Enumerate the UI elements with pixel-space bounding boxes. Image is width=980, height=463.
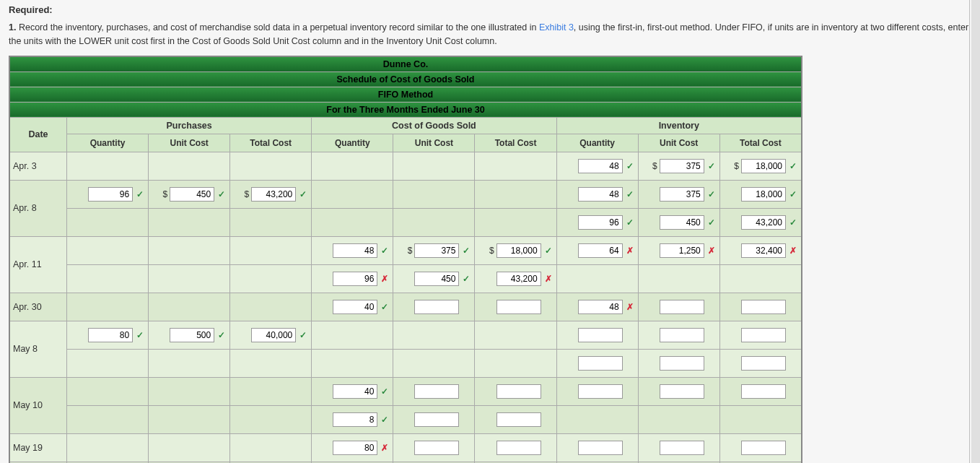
- x-icon: ✗: [788, 246, 798, 256]
- empty-cell: [67, 236, 149, 264]
- value-input[interactable]: [741, 384, 786, 399]
- value-input[interactable]: [578, 328, 623, 342]
- value-input[interactable]: [660, 187, 704, 202]
- check-icon: ✓: [788, 161, 798, 171]
- check-icon: ✓: [135, 189, 145, 199]
- table-row: Apr. 11✓$✓$✓✗✗✗: [9, 236, 802, 264]
- empty-cell: [312, 152, 393, 180]
- value-input[interactable]: [333, 300, 377, 314]
- value-input[interactable]: [251, 187, 296, 202]
- empty-mark: [706, 386, 717, 397]
- value-input[interactable]: [741, 215, 786, 230]
- value-input[interactable]: [414, 384, 459, 399]
- value-input[interactable]: [578, 356, 623, 371]
- value-input[interactable]: [333, 412, 377, 427]
- value-input[interactable]: [741, 243, 786, 258]
- value-input[interactable]: [414, 441, 459, 455]
- value-input[interactable]: [496, 412, 541, 427]
- value-input[interactable]: [741, 159, 786, 173]
- value-input[interactable]: [578, 441, 623, 455]
- value-cell: ✓: [67, 180, 149, 208]
- value-input[interactable]: [251, 328, 296, 342]
- col-total: Total Cost: [475, 134, 556, 152]
- empty-cell: [393, 349, 475, 377]
- value-input[interactable]: [741, 356, 786, 371]
- value-input[interactable]: [741, 441, 786, 455]
- value-input[interactable]: [660, 441, 704, 455]
- value-input[interactable]: [496, 272, 541, 286]
- value-input[interactable]: [741, 300, 786, 314]
- empty-cell: [67, 264, 149, 293]
- value-cell: [393, 405, 475, 433]
- value-cell: [556, 349, 638, 377]
- value-input[interactable]: [496, 243, 541, 258]
- value-cell: ✓: [312, 236, 393, 264]
- empty-mark: [706, 302, 717, 312]
- empty-cell: [230, 433, 312, 462]
- value-cell: $✓: [719, 152, 802, 180]
- value-input[interactable]: [496, 300, 541, 314]
- table-row: ✓: [9, 405, 802, 433]
- value-input[interactable]: [88, 187, 133, 202]
- value-input[interactable]: [333, 441, 377, 455]
- empty-mark: [788, 443, 798, 453]
- empty-cell: [312, 180, 393, 208]
- value-cell: ✗: [556, 236, 638, 264]
- value-input[interactable]: [741, 187, 786, 202]
- value-input[interactable]: [88, 328, 133, 342]
- empty-cell: [475, 180, 556, 208]
- empty-mark: [788, 358, 798, 368]
- value-input[interactable]: [170, 187, 214, 202]
- empty-mark: [625, 330, 635, 340]
- check-icon: ✓: [380, 302, 390, 312]
- check-icon: ✓: [625, 189, 635, 199]
- value-input[interactable]: [170, 328, 214, 342]
- table-row: ✓✓✓: [9, 208, 802, 236]
- value-input[interactable]: [496, 384, 541, 399]
- empty-cell: [67, 433, 149, 462]
- value-input[interactable]: [414, 243, 459, 258]
- title-line-4: For the Three Months Ended June 30: [9, 102, 802, 117]
- value-input[interactable]: [578, 215, 623, 230]
- title-line-3: FIFO Method: [9, 87, 802, 102]
- col-date: Date: [9, 117, 67, 152]
- value-cell: ✗: [312, 264, 393, 293]
- value-input[interactable]: [660, 300, 704, 314]
- check-icon: ✓: [788, 217, 798, 228]
- empty-cell: [393, 180, 475, 208]
- value-cell: [556, 433, 638, 462]
- value-input[interactable]: [578, 243, 623, 258]
- value-cell: [719, 321, 802, 349]
- value-input[interactable]: [578, 159, 623, 173]
- value-input[interactable]: [578, 384, 623, 399]
- value-input[interactable]: [414, 412, 459, 427]
- value-input[interactable]: [660, 215, 704, 230]
- value-cell: ✓: [719, 180, 802, 208]
- value-input[interactable]: [333, 384, 377, 399]
- value-input[interactable]: [414, 300, 459, 314]
- value-input[interactable]: [414, 272, 459, 286]
- check-icon: ✓: [706, 189, 717, 199]
- value-input[interactable]: [496, 441, 541, 455]
- empty-cell: [67, 293, 149, 321]
- value-input[interactable]: [741, 328, 786, 342]
- value-input[interactable]: [660, 243, 704, 258]
- value-input[interactable]: [578, 300, 623, 314]
- empty-cell: [149, 433, 230, 462]
- empty-cell: [67, 208, 149, 236]
- exhibit-link[interactable]: Exhibit 3: [539, 22, 574, 33]
- value-input[interactable]: [333, 243, 377, 258]
- value-input[interactable]: [578, 187, 623, 202]
- empty-cell: [230, 405, 312, 433]
- value-input[interactable]: [660, 384, 704, 399]
- value-input[interactable]: [333, 272, 377, 286]
- value-input[interactable]: [660, 328, 704, 342]
- empty-cell: [475, 321, 556, 349]
- col-unit: Unit Cost: [393, 134, 475, 152]
- empty-cell: [393, 208, 475, 236]
- value-input[interactable]: [660, 159, 704, 173]
- currency-symbol: $: [734, 161, 739, 171]
- value-input[interactable]: [660, 356, 704, 371]
- table-row: May 19✗: [9, 433, 802, 462]
- check-icon: ✓: [788, 189, 798, 199]
